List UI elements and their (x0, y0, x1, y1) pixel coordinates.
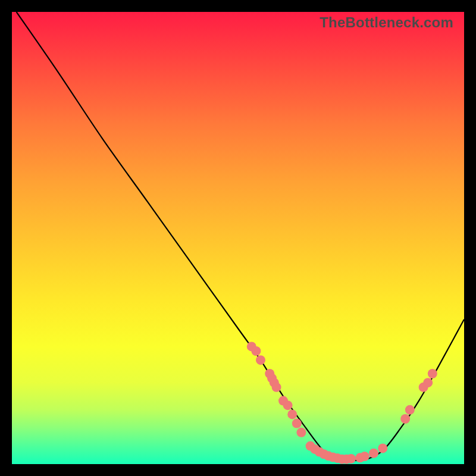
data-marker (324, 451, 333, 461)
data-marker (270, 378, 279, 387)
data-marker (292, 419, 302, 428)
data-marker (296, 428, 306, 437)
data-marker (360, 452, 369, 461)
chart-plot-area: TheBottleneck.com (12, 12, 464, 464)
data-marker (310, 444, 320, 454)
data-marker (287, 409, 297, 419)
data-marker (267, 374, 277, 383)
data-marker (283, 400, 293, 410)
data-marker (355, 453, 365, 462)
data-markers (247, 342, 437, 464)
data-marker (428, 369, 437, 378)
data-marker (369, 449, 378, 458)
bottleneck-curve (17, 12, 464, 461)
data-marker (251, 346, 261, 356)
data-marker (306, 441, 315, 451)
data-marker (419, 383, 428, 392)
data-marker (346, 454, 356, 464)
data-marker (315, 447, 324, 456)
data-marker (278, 396, 288, 406)
data-marker (328, 453, 338, 462)
data-marker (342, 455, 351, 464)
watermark-label: TheBottleneck.com (320, 14, 453, 31)
data-marker (319, 449, 328, 459)
data-marker (265, 369, 274, 378)
data-marker (256, 355, 265, 365)
data-marker (423, 378, 433, 387)
data-marker (333, 453, 342, 463)
chart-svg (12, 12, 464, 464)
data-marker (272, 383, 281, 392)
data-marker (337, 455, 347, 464)
data-marker (247, 342, 256, 351)
data-marker (405, 405, 415, 415)
data-marker (378, 443, 387, 453)
data-marker (400, 414, 410, 424)
